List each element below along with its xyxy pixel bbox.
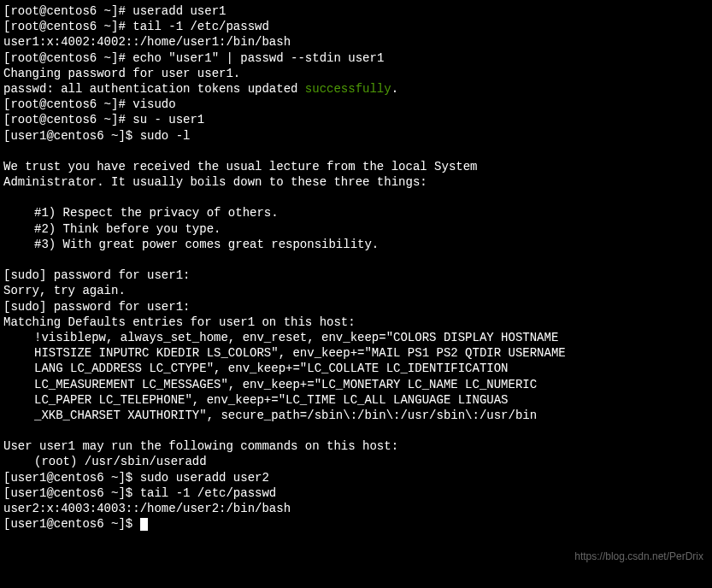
output-text: passwd: all authentication tokens update… (3, 82, 305, 96)
prompt-root: [root@centos6 ~]# (3, 97, 132, 111)
blank-line (3, 423, 709, 438)
command: useradd user1 (132, 4, 226, 18)
prompt-user: [user1@centos6 ~]$ (3, 471, 140, 485)
command: echo "user1" | passwd --stdin user1 (132, 51, 384, 65)
terminal-line: [root@centos6 ~]# useradd user1 (3, 3, 709, 19)
output-line: Changing password for user user1. (3, 66, 709, 81)
output-line: LC_MEASUREMENT LC_MESSAGES", env_keep+="… (3, 377, 709, 392)
prompt-user: [user1@centos6 ~]$ (3, 517, 140, 531)
command: tail -1 /etc/passwd (132, 20, 269, 33)
prompt-root: [root@centos6 ~]# (3, 20, 132, 33)
output-line: !visiblepw, always_set_home, env_reset, … (3, 330, 709, 345)
terminal-line: [user1@centos6 ~]$ tail -1 /etc/passwd (3, 485, 709, 501)
terminal-line: [root@centos6 ~]# visudo (3, 97, 709, 112)
prompt-root: [root@centos6 ~]# (3, 51, 132, 65)
output-line: user2:x:4003:4003::/home/user2:/bin/bash (3, 501, 709, 516)
blank-line (3, 144, 709, 159)
output-line: User user1 may run the following command… (3, 438, 709, 454)
output-line: Administrator. It usually boils down to … (3, 174, 709, 190)
output-line: Sorry, try again. (3, 283, 709, 298)
output-line: passwd: all authentication tokens update… (3, 81, 709, 97)
prompt-root: [root@centos6 ~]# (3, 113, 132, 126)
success-text: successfully (305, 82, 391, 96)
terminal-line: [user1@centos6 ~]$ sudo useradd user2 (3, 470, 709, 485)
command: su - user1 (132, 113, 204, 126)
output-line: LC_PAPER LC_TELEPHONE", env_keep+="LC_TI… (3, 392, 709, 408)
prompt-root: [root@centos6 ~]# (3, 4, 132, 18)
command: sudo useradd user2 (140, 471, 269, 485)
output-line: #2) Think before you type. (3, 221, 709, 237)
terminal-line[interactable]: [user1@centos6 ~]$ (3, 516, 709, 532)
blank-line (3, 252, 709, 268)
terminal-line: [root@centos6 ~]# echo "user1" | passwd … (3, 50, 709, 66)
output-line: (root) /usr/sbin/useradd (3, 454, 709, 469)
output-line: #3) With great power comes great respons… (3, 237, 709, 252)
output-line: user1:x:4002:4002::/home/user1:/bin/bash (3, 34, 709, 50)
output-line: HISTSIZE INPUTRC KDEDIR LS_COLORS", env_… (3, 345, 709, 361)
terminal-line: [root@centos6 ~]# su - user1 (3, 112, 709, 127)
output-line: [sudo] password for user1: (3, 299, 709, 315)
terminal-line: [root@centos6 ~]# tail -1 /etc/passwd (3, 19, 709, 34)
watermark: https://blog.csdn.net/PerDrix (574, 550, 703, 564)
output-line: #1) Respect the privacy of others. (3, 205, 709, 220)
output-line: _XKB_CHARSET XAUTHORITY", secure_path=/s… (3, 408, 709, 423)
terminal-line: [user1@centos6 ~]$ sudo -l (3, 128, 709, 144)
output-line: [sudo] password for user1: (3, 268, 709, 283)
prompt-user: [user1@centos6 ~]$ (3, 129, 140, 143)
command: visudo (132, 97, 175, 111)
blank-line (3, 190, 709, 205)
output-line: LANG LC_ADDRESS LC_CTYPE", env_keep+="LC… (3, 361, 709, 376)
output-text: . (391, 82, 398, 96)
prompt-user: [user1@centos6 ~]$ (3, 486, 140, 500)
cursor (140, 518, 148, 531)
command: sudo -l (140, 129, 191, 143)
output-line: Matching Defaults entries for user1 on t… (3, 315, 709, 330)
command: tail -1 /etc/passwd (140, 486, 277, 500)
output-line: We trust you have received the usual lec… (3, 159, 709, 174)
